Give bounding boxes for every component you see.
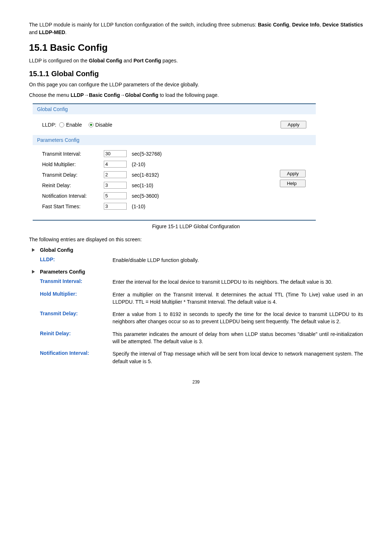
notification-interval-hint: sec(5-3600) [132,193,159,199]
hold-multiplier-def: Enter a multiplier on the Transmit Inter… [113,291,363,306]
figure-caption: Figure 15-1 LLDP Global Configuration [29,223,363,229]
transmit-delay-def: Enter a value from 1 to 8192 in seconds … [113,311,363,325]
transmit-delay-label: Transmit Delay: [42,172,104,178]
params-config-area: Transmit Interval: sec(5-32768) Hold Mul… [33,145,316,220]
transmit-interval-label: Transmit Interval: [42,151,104,157]
transmit-interval-hint: sec(5-32768) [132,151,162,157]
reinit-delay-entry: Reinit Delay: This parameter indicates t… [40,331,363,345]
params-apply-button[interactable]: Apply [280,170,306,177]
disable-radio[interactable] [89,122,94,127]
global-config-section-title: Global Config [40,247,73,253]
intro-paragraph: The LLDP module is mainly for LLDP funct… [29,21,363,36]
hold-multiplier-entry: Hold Multiplier: Enter a multiplier on t… [40,291,363,306]
transmit-delay-term: Transmit Delay: [40,311,113,316]
reinit-delay-label: Reinit Delay: [42,182,104,188]
chevron-icon [32,248,35,252]
fast-start-times-hint: (1-10) [132,204,145,209]
entries-intro: The following entries are displayed on t… [29,236,363,243]
params-config-section-header: Parameters Config [33,135,316,145]
transmit-interval-input[interactable] [104,150,127,157]
param-row-reinit-delay: Reinit Delay: sec(1-10) [42,182,306,189]
transmit-delay-entry: Transmit Delay: Enter a value from 1 to … [40,311,363,325]
transmit-delay-input[interactable] [104,171,127,178]
lldp-def: Enable/disable LLDP function globally. [113,257,363,264]
notification-interval-term: Notification Interval: [40,350,113,356]
hold-multiplier-term: Hold Multiplier: [40,291,113,297]
hold-multiplier-input[interactable] [104,161,127,168]
menu-path-desc: Choose the menu LLDP→Basic Config→Global… [29,91,363,99]
params-config-section-title: Parameters Config [40,269,85,275]
notification-interval-label: Notification Interval: [42,193,104,199]
global-apply-button[interactable]: Apply [281,121,306,128]
intro-text: The LLDP module is mainly for LLDP funct… [29,22,258,28]
notification-interval-input[interactable] [104,192,127,199]
reinit-delay-def: This parameter indicates the amount of d… [113,331,363,345]
basic-config-desc: LLDP is configured on the Global Config … [29,57,363,65]
reinit-delay-hint: sec(1-10) [132,182,153,188]
enable-radio[interactable] [59,122,64,127]
param-row-transmit-delay: Transmit Delay: sec(1-8192) [42,171,306,178]
disable-label: Disable [95,122,113,128]
reinit-delay-term: Reinit Delay: [40,331,113,336]
transmit-interval-def: Enter the interval for the local device … [113,278,363,286]
param-row-notification-interval: Notification Interval: sec(5-3600) [42,192,306,199]
global-config-desc: On this page you can configure the LLDP … [29,81,363,89]
param-row-hold-multiplier: Hold Multiplier: (2-10) [42,161,306,168]
lldp-entry: LLDP: Enable/disable LLDP function globa… [40,257,363,264]
notification-interval-entry: Notification Interval: Specify the inter… [40,350,363,365]
fast-start-times-label: Fast Start Times: [42,204,104,209]
global-config-row: LLDP: Enable Disable Apply [33,114,316,135]
intro-period: . [65,29,67,35]
global-config-section-header: Global Config [33,104,316,114]
transmit-interval-term: Transmit Interval: [40,278,113,284]
intro-last-bold: LLDP-MED [39,29,65,35]
lldp-term: LLDP: [40,257,113,262]
global-config-bullet: Global Config [29,247,363,253]
config-screenshot: Global Config LLDP: Enable Disable Apply… [33,103,316,221]
lldp-label: LLDP: [42,122,56,128]
chevron-icon [32,270,35,274]
heading-global-config: 15.1.1 Global Config [29,70,363,78]
notification-interval-def: Specify the interval of Trap message whi… [113,350,363,365]
param-row-fast-start-times: Fast Start Times: (1-10) [42,203,306,210]
hold-multiplier-label: Hold Multiplier: [42,161,104,167]
enable-label: Enable [66,122,82,128]
param-row-transmit-interval: Transmit Interval: sec(5-32768) [42,150,306,157]
page-number: 239 [29,379,363,385]
intro-bold-list: Basic Config [258,22,289,28]
fast-start-times-input[interactable] [104,203,127,210]
transmit-delay-hint: sec(1-8192) [132,172,159,178]
heading-basic-config: 15.1 Basic Config [29,42,363,53]
intro-and: and [29,29,39,35]
params-help-button[interactable]: Help [280,180,306,187]
reinit-delay-input[interactable] [104,182,127,189]
transmit-interval-entry: Transmit Interval: Enter the interval fo… [40,278,363,286]
hold-multiplier-hint: (2-10) [132,161,145,167]
params-config-bullet: Parameters Config [29,269,363,275]
